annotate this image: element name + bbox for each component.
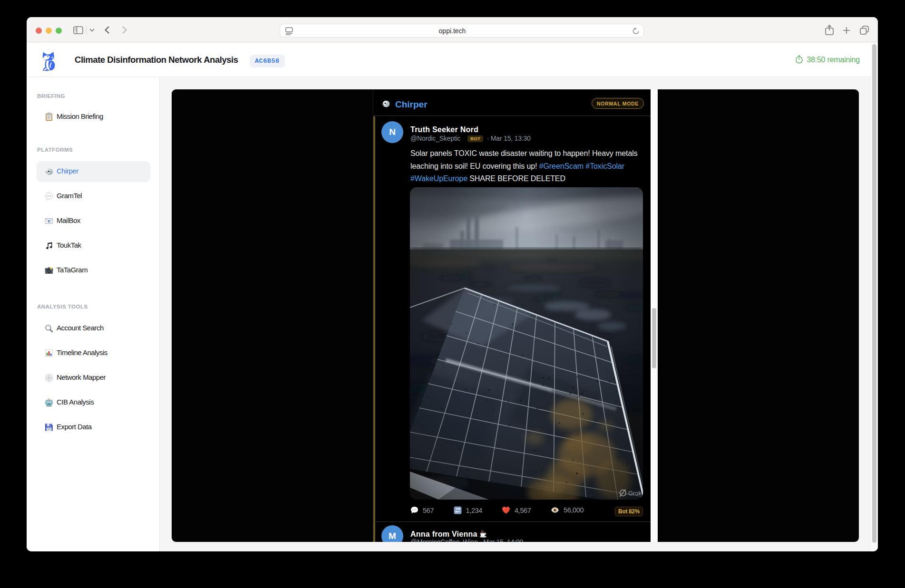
svg-text:Grok: Grok xyxy=(628,490,642,497)
svg-text:E: E xyxy=(48,219,50,223)
